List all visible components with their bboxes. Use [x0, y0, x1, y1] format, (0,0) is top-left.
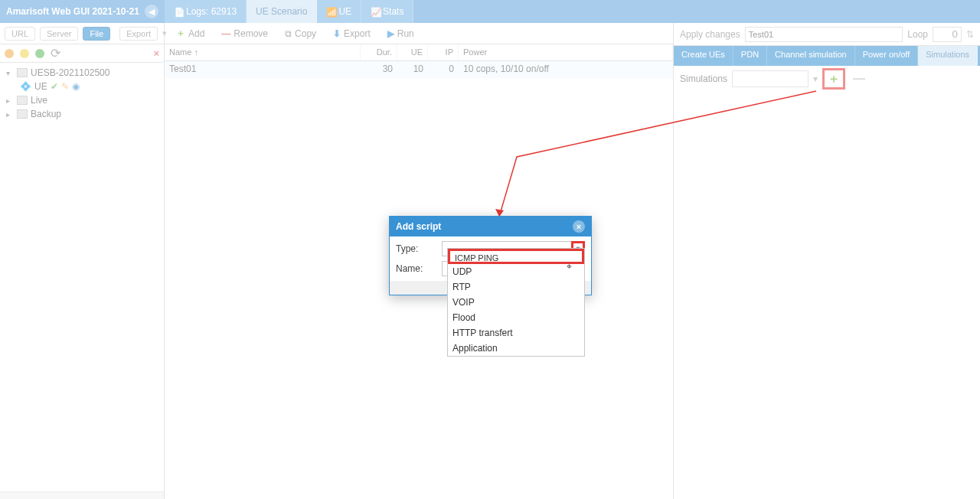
edit-icon[interactable]: ✎ — [61, 81, 69, 92]
remove-button[interactable]: —Remove — [214, 26, 275, 41]
left-iconbar: ⟳ × — [0, 44, 164, 63]
tab-create-ues[interactable]: Create UEs — [674, 46, 733, 66]
right-panel: Apply changes Loop ⇅ Create UEs PDN Chan… — [674, 23, 980, 499]
plus-icon: ＋ — [828, 71, 840, 87]
folder-icon — [17, 68, 28, 77]
folder-icon — [17, 96, 28, 105]
type-dropdown-list: ICMP PING UDP RTP VOIP Flood HTTP transf… — [447, 248, 585, 357]
tree-ue[interactable]: 💠UE ✔ ✎ ◉ — [3, 80, 161, 93]
app-title: Amarisoft Web GUI 2021-10-21 — [6, 6, 145, 17]
status-dot-3[interactable] — [35, 49, 44, 58]
col-power[interactable]: Power — [459, 44, 673, 60]
tab-power[interactable]: Power on/off — [855, 46, 919, 66]
sim-card-icon: 💠 — [20, 81, 31, 92]
simulations-label: Simulations — [680, 73, 727, 84]
file-button[interactable]: File — [83, 27, 110, 41]
scenario-select[interactable] — [745, 27, 903, 42]
sim-icon: 📶 — [326, 7, 335, 16]
titlebar-collapse-icon[interactable]: ◀ — [145, 5, 158, 18]
apply-changes-button[interactable]: Apply changes — [680, 29, 740, 40]
export-menu-icon[interactable]: ▾ — [162, 28, 167, 38]
file-icon: 📄 — [174, 7, 183, 16]
col-ue[interactable]: UE — [397, 44, 428, 60]
tab-logs[interactable]: 📄Logs: 62913 — [165, 0, 247, 23]
option-voip[interactable]: VOIP — [448, 295, 584, 310]
chart-icon: 📈 — [371, 7, 380, 16]
simulations-row: Simulations ▾ ＋ — — [674, 66, 980, 92]
add-simulation-button[interactable]: ＋ — [822, 68, 845, 90]
status-dot-2[interactable] — [20, 49, 29, 58]
tab-channel-sim[interactable]: Channel simulation — [767, 46, 855, 66]
file-tree: ▾UESB-2021102500 💠UE ✔ ✎ ◉ ▸Live ▸Backup — [0, 63, 164, 499]
add-button[interactable]: ＋Add — [169, 24, 211, 42]
ok-icon: ✔ — [51, 81, 58, 92]
copy-button[interactable]: ⧉Copy — [278, 26, 323, 41]
main-tabbar: 📄Logs: 62913 UE Scenario 📶UE 📈Stats — [165, 0, 980, 23]
tab-ue-scenario[interactable]: UE Scenario — [247, 0, 317, 23]
server-button[interactable]: Server — [40, 27, 78, 41]
center-toolbar: ＋Add —Remove ⧉Copy ⬇Export ▶Run — [165, 23, 673, 44]
export-scenario-button[interactable]: ⬇Export — [326, 26, 377, 41]
grid-header: Name ↑ Dur. UE IP Power — [165, 44, 673, 61]
tab-simulations[interactable]: Simulations — [918, 46, 978, 66]
minus-icon: — — [221, 28, 230, 39]
tree-backup[interactable]: ▸Backup — [3, 107, 161, 121]
status-dot-1[interactable] — [5, 49, 14, 58]
apply-row: Apply changes Loop ⇅ — [674, 23, 980, 46]
tree-live[interactable]: ▸Live — [3, 93, 161, 107]
play-icon: ▶ — [387, 28, 394, 39]
name-label: Name: — [396, 263, 442, 274]
stop-icon[interactable]: ◉ — [72, 81, 80, 92]
copy-icon: ⧉ — [285, 28, 292, 39]
tab-stats[interactable]: 📈Stats — [361, 0, 413, 23]
left-panel: URL Server File Export ▾ ⟳ × ▾UESB-20211… — [0, 23, 165, 499]
col-ip[interactable]: IP — [428, 44, 459, 60]
type-label: Type: — [396, 243, 442, 254]
close-icon[interactable]: × — [573, 220, 585, 233]
option-icmp-ping[interactable]: ICMP PING — [448, 249, 584, 264]
export-button[interactable]: Export — [119, 27, 158, 41]
dialog-title: Add script — [396, 221, 441, 232]
clear-icon[interactable]: × — [153, 47, 159, 59]
option-flood[interactable]: Flood — [448, 310, 584, 325]
simulation-select[interactable] — [732, 70, 808, 87]
option-rtp[interactable]: RTP — [448, 279, 584, 295]
option-http[interactable]: HTTP transfert — [448, 325, 584, 341]
left-statusbar — [0, 491, 164, 499]
run-button[interactable]: ▶Run — [381, 26, 421, 41]
plus-icon: ＋ — [176, 27, 185, 40]
spinner-icon[interactable]: ⇅ — [966, 29, 974, 40]
option-application[interactable]: Application — [448, 341, 584, 356]
remove-simulation-button[interactable]: — — [853, 72, 865, 86]
refresh-icon[interactable]: ⟳ — [51, 46, 60, 60]
loop-label: Loop — [907, 29, 928, 40]
right-tabbar: Create UEs PDN Channel simulation Power … — [674, 46, 980, 66]
url-button[interactable]: URL — [5, 27, 35, 41]
app-titlebar: Amarisoft Web GUI 2021-10-21 ◀ — [0, 0, 165, 23]
col-dur[interactable]: Dur. — [361, 44, 397, 60]
col-name[interactable]: Name ↑ — [165, 44, 361, 60]
tab-pdn[interactable]: PDN — [733, 46, 767, 66]
sim-dropdown-icon[interactable]: ▾ — [813, 73, 818, 84]
tab-ue[interactable]: 📶UE — [317, 0, 361, 23]
table-row[interactable]: Test01 30 10 0 10 cops, 10/10 on/off — [165, 61, 673, 78]
download-icon: ⬇ — [333, 28, 341, 39]
cursor-icon: ⌖ — [567, 261, 572, 272]
loop-input[interactable] — [933, 27, 962, 42]
folder-icon — [17, 109, 28, 119]
tree-root[interactable]: ▾UESB-2021102500 — [3, 66, 161, 80]
option-udp[interactable]: UDP — [448, 264, 584, 279]
dialog-titlebar[interactable]: Add script × — [390, 217, 591, 236]
left-toolbar: URL Server File Export ▾ — [0, 23, 164, 44]
